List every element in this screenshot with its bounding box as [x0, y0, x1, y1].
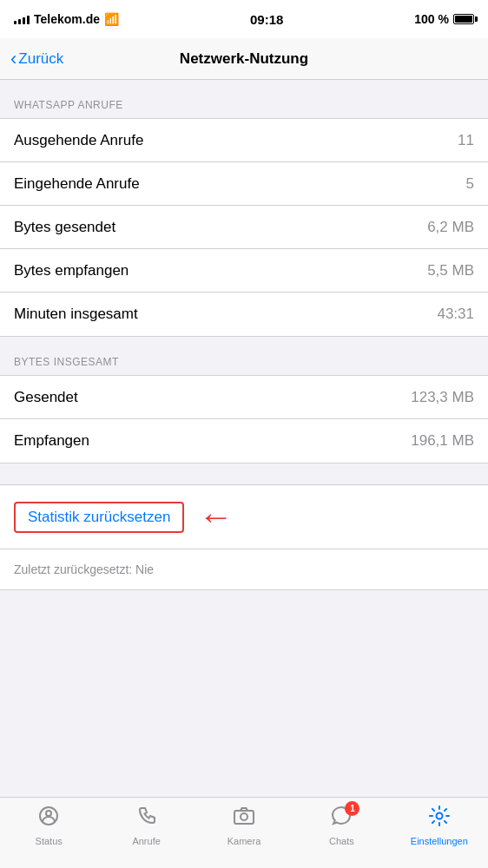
- list-item: Bytes gesendet 6,2 MB: [0, 206, 488, 249]
- calls-list: Ausgehende Anrufe 11 Eingehende Anrufe 5…: [0, 118, 488, 337]
- back-chevron-icon: ‹: [10, 49, 16, 69]
- battery-icon: [453, 14, 474, 24]
- outgoing-calls-value: 11: [458, 132, 474, 149]
- chats-badge: 1: [345, 801, 359, 816]
- section-bytes-total: BYTES INSGESAMT Gesendet 123,3 MB Empfan…: [0, 337, 488, 464]
- settings-icon: [428, 805, 451, 833]
- bytes-sent-value: 6,2 MB: [427, 219, 474, 236]
- outgoing-calls-label: Ausgehende Anrufe: [14, 132, 143, 149]
- reset-section: Statistik zurücksetzen ← Zuletzt zurückg…: [0, 484, 488, 590]
- camera-icon: [233, 805, 255, 833]
- battery-fill: [455, 16, 472, 23]
- tab-camera[interactable]: Kamera: [195, 805, 293, 846]
- incoming-calls-value: 5: [466, 175, 474, 193]
- list-item: Bytes empfangen 5,5 MB: [0, 249, 488, 293]
- total-received-label: Empfangen: [14, 432, 89, 450]
- list-item: Eingehende Anrufe 5: [0, 162, 488, 206]
- list-item: Gesendet 123,3 MB: [0, 376, 488, 419]
- page-title: Netzwerk-Nutzung: [180, 50, 308, 68]
- signal-bar-1: [14, 21, 16, 24]
- total-sent-label: Gesendet: [14, 389, 78, 406]
- last-reset-label: Zuletzt zurückgesetzt: Nie: [14, 562, 154, 576]
- svg-point-1: [46, 811, 51, 816]
- battery-label: 100 %: [414, 12, 449, 26]
- bytes-received-label: Bytes empfangen: [14, 262, 129, 279]
- arrow-left-icon: ←: [198, 497, 233, 536]
- section-header-calls: WHATSAPP ANRUFE: [0, 80, 488, 118]
- status-bar: Telekom.de 📶 09:18 100 %: [0, 0, 488, 38]
- list-item: Minuten insgesamt 43:31: [0, 293, 488, 336]
- carrier-label: Telekom.de: [34, 12, 100, 26]
- svg-point-3: [241, 813, 247, 820]
- minutes-total-value: 43:31: [437, 306, 474, 323]
- tab-status[interactable]: Status: [0, 805, 97, 846]
- signal-bar-4: [27, 16, 30, 24]
- status-bar-left: Telekom.de 📶: [14, 12, 119, 26]
- tab-calls-label: Anrufe: [132, 836, 160, 846]
- wifi-icon: 📶: [104, 12, 119, 26]
- content-area: WHATSAPP ANRUFE Ausgehende Anrufe 11 Ein…: [0, 80, 488, 797]
- reset-statistics-button[interactable]: Statistik zurücksetzen: [14, 502, 184, 533]
- back-button[interactable]: ‹ Zurück: [10, 49, 63, 69]
- list-item: Empfangen 196,1 MB: [0, 419, 488, 463]
- status-bar-time: 09:18: [250, 12, 283, 27]
- tab-bar: Status Anrufe Kamera 1 Chats: [0, 797, 488, 868]
- section-header-bytes: BYTES INSGESAMT: [0, 337, 488, 375]
- bytes-list: Gesendet 123,3 MB Empfangen 196,1 MB: [0, 375, 488, 464]
- reset-button-row: Statistik zurücksetzen ←: [14, 497, 474, 536]
- last-reset-item: Zuletzt zurückgesetzt: Nie: [0, 549, 488, 589]
- tab-settings[interactable]: Einstellungen: [391, 805, 488, 846]
- signal-bars: [14, 14, 30, 24]
- total-sent-value: 123,3 MB: [411, 389, 474, 406]
- signal-bar-3: [23, 17, 25, 24]
- reset-button-item: Statistik zurücksetzen ←: [0, 485, 488, 549]
- minutes-total-label: Minuten insgesamt: [14, 306, 138, 323]
- signal-bar-2: [18, 19, 21, 24]
- chats-icon: 1: [330, 805, 353, 833]
- tab-calls[interactable]: Anrufe: [97, 805, 195, 846]
- total-received-value: 196,1 MB: [411, 432, 474, 450]
- bytes-received-value: 5,5 MB: [427, 262, 474, 279]
- tab-status-label: Status: [36, 836, 63, 846]
- section-whatsapp-calls: WHATSAPP ANRUFE Ausgehende Anrufe 11 Ein…: [0, 80, 488, 337]
- tab-chats[interactable]: 1 Chats: [293, 805, 390, 846]
- back-label: Zurück: [18, 50, 63, 68]
- tab-chats-label: Chats: [329, 836, 354, 846]
- status-bar-right: 100 %: [414, 12, 474, 26]
- tab-camera-label: Kamera: [228, 836, 261, 846]
- status-icon: [37, 805, 60, 833]
- incoming-calls-label: Eingehende Anrufe: [14, 175, 140, 193]
- svg-point-4: [436, 813, 442, 819]
- tab-settings-label: Einstellungen: [411, 836, 468, 846]
- bytes-sent-label: Bytes gesendet: [14, 219, 115, 236]
- nav-bar: ‹ Zurück Netzwerk-Nutzung: [0, 38, 488, 80]
- list-item: Ausgehende Anrufe 11: [0, 119, 488, 162]
- calls-icon: [135, 805, 158, 833]
